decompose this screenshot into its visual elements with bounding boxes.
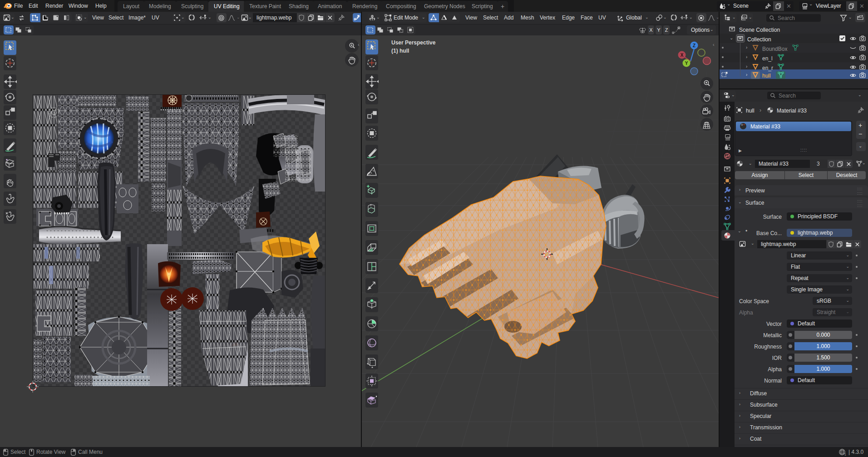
svg-text:Y: Y: [685, 61, 688, 66]
svg-text:X: X: [681, 53, 684, 58]
svg-text:1: 1: [844, 453, 846, 456]
svg-text:Z: Z: [693, 43, 695, 48]
